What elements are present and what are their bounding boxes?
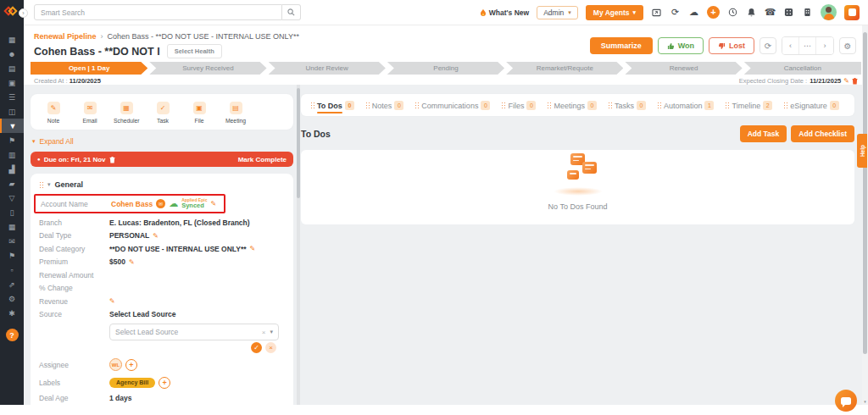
tab-communications[interactable]: Communications0	[415, 101, 490, 116]
stage-open[interactable]: Open | 1 Day	[31, 62, 147, 75]
tab-to-dos[interactable]: To Dos0	[310, 101, 354, 116]
trash-icon[interactable]	[109, 156, 115, 163]
search-input[interactable]	[34, 4, 282, 20]
tab-esignature[interactable]: eSignature0	[783, 101, 839, 116]
sidebar-item-email[interactable]: ✉	[0, 234, 24, 248]
sidebar-item-folders[interactable]: ▰	[0, 176, 24, 191]
sidebar-item-automation[interactable]: ⚙	[0, 291, 24, 306]
help-side-tab[interactable]: Help	[857, 134, 867, 168]
notifications-button[interactable]	[746, 7, 757, 18]
edit-date-button[interactable]: ✎	[843, 77, 849, 85]
sidebar-item-campaigns[interactable]: ⚑	[0, 133, 24, 147]
add-label-button[interactable]: +	[159, 377, 170, 389]
assignee-avatar[interactable]: WL	[109, 358, 122, 371]
select-health-button[interactable]: Select Health	[167, 44, 222, 58]
tab-tasks[interactable]: Tasks0	[608, 101, 646, 116]
prev-record-button[interactable]: ‹	[782, 37, 799, 54]
settings-button[interactable]: ⚙	[839, 37, 856, 54]
more-records-button[interactable]: ⋯	[799, 37, 816, 54]
mark-complete-button[interactable]: Mark Complete	[238, 156, 287, 163]
sidebar-item-analytics[interactable]: ⇗	[0, 277, 24, 291]
label-pill-agency-bill[interactable]: Agency Bill	[109, 378, 155, 388]
sidebar-item-contacts[interactable]: ☻	[0, 47, 24, 61]
cloud-sync-button[interactable]: ☁	[688, 7, 699, 18]
scroll-down-arrow[interactable]: ▾	[862, 399, 868, 404]
user-avatar[interactable]	[821, 4, 837, 20]
my-agents-button[interactable]: My Agents ▾	[586, 5, 643, 20]
chevron-down-icon[interactable]: ▾	[270, 329, 273, 335]
sidebar-item-policies[interactable]: ▣	[0, 75, 24, 90]
stage-pending[interactable]: Pending	[387, 62, 504, 75]
add-checklist-button[interactable]: Add Checklist	[791, 125, 854, 142]
lead-source-input[interactable]	[115, 328, 262, 336]
sidebar-item-lists[interactable]: ☰	[0, 90, 24, 104]
screen-share-button[interactable]	[651, 7, 662, 18]
sidebar-item-settings[interactable]: ✱	[0, 306, 24, 320]
scrollbar-thumb[interactable]	[863, 32, 867, 354]
add-assignee-button[interactable]: +	[125, 359, 137, 371]
help-button[interactable]: ?	[6, 329, 19, 341]
edit-deal-category-button[interactable]: ✎	[250, 245, 256, 252]
archive-button[interactable]	[802, 7, 813, 18]
tab-timeline[interactable]: Timeline2	[725, 101, 772, 116]
admin-dropdown[interactable]: Admin ▾	[537, 6, 578, 19]
quick-action-scheduler[interactable]: ▦Scheduler	[114, 102, 139, 124]
stage-cancellation[interactable]: Cancellation	[744, 62, 861, 75]
quick-action-task[interactable]: ✓Task	[150, 102, 175, 124]
add-task-button[interactable]: Add Task	[740, 125, 787, 142]
quick-action-email[interactable]: ✉Email	[77, 102, 103, 124]
collapse-section-icon[interactable]: ▾	[47, 181, 51, 188]
delete-date-button[interactable]	[852, 77, 858, 85]
sync-button[interactable]: ⟳	[670, 7, 681, 18]
quick-action-file[interactable]: ▣File	[186, 102, 212, 124]
stage-remarket[interactable]: Remarket/Requote	[506, 62, 623, 75]
page-scrollbar[interactable]: ▾	[862, 25, 868, 405]
breadcrumb-pipeline-link[interactable]: Renewal Pipeline	[34, 32, 97, 41]
dialer-button[interactable]	[783, 7, 794, 18]
confirm-source-button[interactable]: ✓	[251, 342, 262, 353]
quick-action-note[interactable]: ✎Note	[41, 102, 66, 124]
sidebar-item-mobile[interactable]: ▫	[0, 263, 24, 277]
history-button[interactable]	[727, 7, 738, 18]
account-name-link[interactable]: Cohen Bass	[111, 200, 153, 208]
tab-notes[interactable]: Notes0	[365, 101, 404, 116]
expand-all-toggle[interactable]: ▾ Expand All	[32, 137, 292, 146]
sidebar-item-library[interactable]: ▥	[0, 147, 24, 162]
stage-survey-received[interactable]: Survey Received	[149, 62, 266, 75]
call-button[interactable]: ☎	[765, 7, 776, 18]
edit-revenue-button[interactable]: ✎	[109, 297, 115, 305]
sidebar-item-dashboard[interactable]: ▦	[0, 32, 24, 47]
left-panel-scrollbar[interactable]	[297, 85, 300, 405]
search-button[interactable]	[282, 4, 301, 20]
next-record-button[interactable]: ›	[816, 37, 833, 54]
edit-deal-type-button[interactable]: ✎	[153, 232, 159, 240]
sidebar-item-pipelines[interactable]: ▼	[0, 119, 24, 133]
sidebar-item-reports[interactable]: ▟	[0, 162, 24, 176]
lead-source-select[interactable]: × ▾	[109, 324, 279, 340]
cancel-source-button[interactable]: ×	[265, 342, 276, 353]
stage-under-review[interactable]: Under Review	[269, 62, 386, 75]
quick-add-button[interactable]: +	[707, 6, 720, 19]
edit-account-button[interactable]: ✎	[210, 200, 216, 208]
sidebar-item-calendar[interactable]: ▦	[0, 219, 24, 234]
lost-button[interactable]: Lost	[709, 37, 754, 54]
stage-renewed[interactable]: Renewed	[625, 62, 742, 75]
sidebar-item-devices[interactable]: ▯	[0, 205, 24, 219]
summarize-button[interactable]: Summarize	[590, 37, 653, 54]
sidebar-item-inbox[interactable]: ▽	[0, 191, 24, 205]
sidebar-item-announcements[interactable]: ⚑	[0, 248, 24, 263]
tab-files[interactable]: Files0	[501, 101, 536, 116]
whats-new-link[interactable]: What's New	[480, 8, 529, 17]
sidebar-item-contact-card[interactable]: ◫	[0, 104, 24, 119]
chat-widget-button[interactable]	[835, 390, 857, 412]
quick-action-meeting[interactable]: ▤Meeting	[223, 102, 248, 124]
clear-icon[interactable]: ×	[262, 329, 266, 336]
won-button[interactable]: Won	[658, 37, 704, 54]
sidebar-expand-toggle[interactable]: ›	[19, 8, 28, 18]
drag-handle-icon[interactable]	[39, 181, 43, 189]
sidebar-item-notes[interactable]: ▤	[0, 61, 24, 75]
refresh-button[interactable]: ⟳	[760, 37, 776, 54]
send-email-button[interactable]: ✉	[156, 199, 165, 208]
edit-premium-button[interactable]: ✎	[129, 258, 135, 266]
tab-meetings[interactable]: Meetings0	[547, 101, 597, 116]
